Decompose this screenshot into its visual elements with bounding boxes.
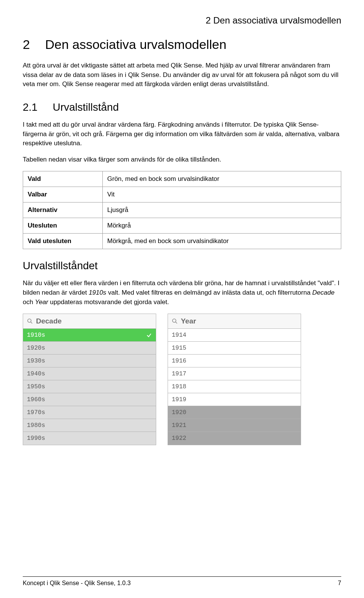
svg-line-1 (31, 322, 32, 323)
state-color-table: ValdGrön, med en bock som urvalsindikato… (23, 171, 341, 249)
filter-row[interactable]: 1918 (168, 380, 301, 393)
filter-title: Decade (36, 317, 62, 325)
chapter-intro: Att göra urval är det viktigaste sättet … (23, 61, 341, 89)
filter-box-year: Year 19141915191619171918191919201921192… (168, 314, 301, 445)
filter-value: 1920s (27, 345, 45, 352)
state-desc: Ljusgrå (102, 202, 341, 218)
filter-value: 1910s (27, 332, 45, 339)
text: och (23, 298, 35, 306)
filter-row[interactable]: 1919 (168, 393, 301, 406)
filter-row[interactable]: 1990s (23, 432, 156, 445)
filter-row[interactable]: 1980s (23, 419, 156, 432)
svg-point-2 (173, 319, 176, 322)
text: valt. Med valet filtreras en delmängd av… (106, 289, 312, 296)
filter-panes-figure: Decade 1910s1920s1930s1940s1950s1960s197… (23, 314, 341, 445)
footer-left: Koncept i Qlik Sense - Qlik Sense, 1.0.3 (23, 580, 131, 587)
filter-value: 1950s (27, 383, 45, 390)
filter-value: 1918 (172, 383, 186, 390)
chapter-title: Den associativa urvalsmodellen (45, 37, 226, 52)
state-desc: Grön, med en bock som urvalsindikator (102, 171, 341, 187)
filter-row[interactable]: 1922 (168, 432, 301, 445)
section-para-1: I takt med att du gör urval ändrar värde… (23, 120, 341, 148)
italic-year: Year (35, 298, 48, 306)
filter-row[interactable]: 1930s (23, 355, 156, 367)
state-label: Vald utesluten (23, 234, 103, 249)
filter-value: 1921 (172, 422, 186, 429)
section-number: 2.1 (23, 101, 38, 113)
chapter-number: 2 (23, 37, 30, 52)
filter-row[interactable]: 1940s (23, 367, 156, 380)
state-label: Utesluten (23, 218, 103, 234)
table-row: ValbarVit (23, 187, 341, 202)
state-desc: Mörkgrå (102, 218, 341, 234)
filter-value: 1914 (172, 332, 186, 339)
table-row: UteslutenMörkgrå (23, 218, 341, 234)
state-desc: Vit (102, 187, 341, 202)
section-title: Urvalstillstånd (53, 101, 119, 113)
filter-row[interactable]: 1917 (168, 367, 301, 380)
page-footer: Koncept i Qlik Sense - Qlik Sense, 1.0.3… (23, 576, 341, 587)
filter-row[interactable]: 1920 (168, 406, 301, 419)
filter-box-decade: Decade 1910s1920s1930s1940s1950s1960s197… (23, 314, 156, 445)
filter-value: 1920 (172, 409, 186, 416)
subsection-para: När du väljer ett eller flera värden i e… (23, 279, 341, 307)
filter-value: 1960s (27, 396, 45, 403)
section-para-2: Tabellen nedan visar vilka färger som an… (23, 155, 341, 165)
filter-row[interactable]: 1960s (23, 393, 156, 406)
filter-row[interactable]: 1920s (23, 342, 156, 355)
subsection-title: Urvalstillståndet (23, 260, 341, 272)
svg-point-0 (28, 319, 31, 322)
filter-header-decade[interactable]: Decade (23, 314, 156, 329)
filter-row[interactable]: 1950s (23, 380, 156, 393)
check-icon (146, 332, 152, 338)
running-header: 2 Den associativa urvalsmodellen (23, 15, 341, 26)
filter-value: 1990s (27, 435, 45, 442)
filter-value: 1922 (172, 435, 186, 442)
filter-row[interactable]: 1916 (168, 355, 301, 367)
filter-row[interactable]: 1970s (23, 406, 156, 419)
filter-value: 1970s (27, 409, 45, 416)
filter-value: 1917 (172, 370, 186, 377)
section-heading: 2.1 Urvalstillstånd (23, 101, 341, 113)
filter-title: Year (181, 317, 196, 325)
filter-row[interactable]: 1915 (168, 342, 301, 355)
state-label: Vald (23, 171, 103, 187)
search-icon (172, 318, 178, 324)
chapter-heading: 2 Den associativa urvalsmodellen (23, 37, 341, 52)
table-row: AlternativLjusgrå (23, 202, 341, 218)
text: uppdateras motsvarande det gjorda valet. (48, 298, 169, 306)
search-icon (27, 318, 33, 324)
footer-page-number: 7 (338, 580, 341, 587)
filter-value: 1930s (27, 358, 45, 364)
filter-header-year[interactable]: Year (168, 314, 301, 329)
italic-1910s: 1910s (89, 289, 106, 296)
filter-value: 1916 (172, 358, 186, 364)
table-row: ValdGrön, med en bock som urvalsindikato… (23, 171, 341, 187)
state-desc: Mörkgrå, med en bock som urvalsindikator (102, 234, 341, 249)
filter-value: 1919 (172, 396, 186, 403)
filter-value: 1980s (27, 422, 45, 429)
filter-row[interactable]: 1914 (168, 329, 301, 342)
filter-row[interactable]: 1921 (168, 419, 301, 432)
filter-row[interactable]: 1910s (23, 329, 156, 342)
italic-decade: Decade (312, 289, 335, 296)
svg-line-3 (176, 322, 177, 323)
filter-value: 1940s (27, 370, 45, 377)
state-label: Valbar (23, 187, 103, 202)
table-row: Vald uteslutenMörkgrå, med en bock som u… (23, 234, 341, 249)
state-label: Alternativ (23, 202, 103, 218)
filter-value: 1915 (172, 345, 186, 352)
